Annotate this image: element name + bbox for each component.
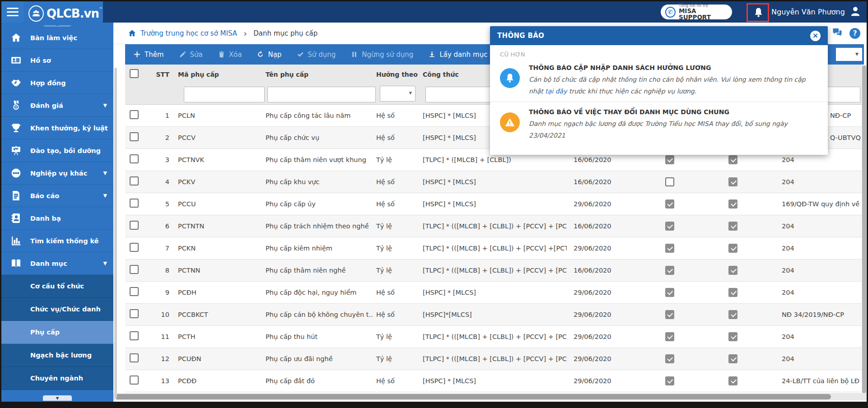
sidebar-item-home[interactable]: Bàn làm việc bbox=[1, 27, 113, 49]
row-select-checkbox[interactable] bbox=[130, 353, 139, 362]
close-icon[interactable]: × bbox=[810, 31, 821, 41]
sidebar-subitem[interactable]: Phụ cấp bbox=[1, 321, 113, 344]
notification-item[interactable]: THÔNG BÁO CẬP NHẬP DANH SÁCH HƯỞNG LƯƠNG… bbox=[490, 59, 828, 97]
header-stt[interactable]: STT bbox=[150, 71, 174, 78]
cell-used bbox=[641, 376, 698, 385]
table-row[interactable]: 9PCĐHPhụ cấp độc hại, nguy hiểmHệ số[HSP… bbox=[125, 282, 862, 304]
cell-stt: 7 bbox=[150, 245, 174, 252]
header-name[interactable]: Tên phụ cấp bbox=[262, 71, 373, 78]
help-icon[interactable]: ? bbox=[849, 28, 860, 39]
toolbar-dropdown[interactable] bbox=[835, 47, 863, 62]
checked-checkbox[interactable] bbox=[665, 310, 674, 319]
table-row[interactable]: 13PCĐĐPhụ cấp đắt đỏHệ số[HSPC] * [MLCS]… bbox=[125, 370, 862, 392]
table-row[interactable]: 8PCTNNPhụ cấp thâm niên nghềTỷ lệ[TLPC] … bbox=[125, 260, 862, 282]
checked-checkbox[interactable] bbox=[728, 266, 737, 275]
sidebar-item-contacts[interactable]: Danh bạ bbox=[1, 207, 113, 230]
pencil-button[interactable]: Sửa bbox=[179, 51, 203, 59]
horizontal-scrollbar[interactable] bbox=[113, 393, 867, 400]
checked-checkbox[interactable] bbox=[665, 155, 674, 164]
checked-checkbox[interactable] bbox=[728, 155, 737, 164]
table-row[interactable]: 10PCCBKCTPhụ cấp cán bộ không chuyên t..… bbox=[125, 304, 862, 326]
table-row[interactable]: 12PCUĐNPhụ cấp ưu đãi nghềTỷ lệ[TLPC] * … bbox=[125, 348, 862, 370]
table-row[interactable]: 5PCCUPhụ cấp cấp ủyHệ số[HSPC] * [MLCS]2… bbox=[125, 193, 862, 215]
misa-support-button[interactable]: ✆ Tổng đài hỗ trợ MISA SUPPORT bbox=[661, 5, 732, 19]
row-select-checkbox[interactable] bbox=[130, 309, 139, 318]
sidebar-item-book[interactable]: Danh mục▼ bbox=[1, 252, 113, 275]
checked-checkbox[interactable] bbox=[665, 288, 674, 297]
pencil-icon bbox=[179, 51, 187, 58]
row-select-checkbox[interactable] bbox=[130, 199, 139, 208]
checked-checkbox[interactable] bbox=[665, 244, 674, 253]
header-code[interactable]: Mã phụ cấp bbox=[174, 71, 262, 78]
filter-basis-select[interactable] bbox=[380, 86, 415, 102]
refresh-button[interactable]: Nạp bbox=[257, 51, 281, 59]
checked-checkbox[interactable] bbox=[728, 288, 737, 297]
sidebar-item-handshake[interactable]: Hợp đồng bbox=[1, 72, 113, 94]
checked-checkbox[interactable] bbox=[665, 332, 674, 341]
row-select-checkbox[interactable] bbox=[130, 221, 139, 230]
checked-checkbox[interactable] bbox=[665, 376, 674, 385]
checked-checkbox[interactable] bbox=[665, 222, 674, 231]
table-row[interactable]: 4PCKVPhụ cấp khu vựcHệ số[HSPC] * [MLCS]… bbox=[125, 171, 862, 193]
row-select-checkbox[interactable] bbox=[130, 331, 139, 340]
breadcrumb-school-link[interactable]: Trường trung học cơ sở MISA bbox=[140, 29, 237, 37]
hamburger-menu-button[interactable] bbox=[1, 1, 24, 23]
row-select-checkbox[interactable] bbox=[130, 132, 139, 141]
checked-checkbox[interactable] bbox=[728, 376, 737, 385]
checked-checkbox[interactable] bbox=[728, 310, 737, 319]
table-row[interactable]: 6PCTNTNPhụ cấp trách nhiệm theo nghềTỷ l… bbox=[125, 215, 862, 237]
sidebar-item-report[interactable]: Báo cáo▼ bbox=[1, 185, 113, 207]
notification-link[interactable]: tại đây bbox=[545, 88, 567, 95]
toolbar-button-label: Thêm bbox=[145, 51, 164, 59]
row-select-checkbox[interactable] bbox=[130, 287, 139, 296]
filter-code-input[interactable] bbox=[184, 87, 265, 102]
table-row[interactable]: 7PCKNPhụ cấp kiêm nhiệmTỷ lệ[TLPC] * (([… bbox=[125, 237, 862, 260]
chat-icon[interactable] bbox=[831, 27, 843, 40]
checked-checkbox[interactable] bbox=[665, 266, 674, 275]
check-button[interactable]: Sử dụng bbox=[296, 51, 336, 59]
unchecked-checkbox[interactable] bbox=[665, 177, 674, 186]
select-all-checkbox[interactable] bbox=[130, 69, 139, 78]
sidebar-subitem[interactable]: Chuyên ngành bbox=[1, 367, 113, 390]
sidebar-subitem[interactable]: Cơ cấu tổ chức bbox=[1, 275, 113, 298]
support-label-top: Tổng đài hỗ trợ bbox=[679, 4, 728, 8]
cell-code: PCCU bbox=[174, 200, 262, 208]
sidebar-item-trophy[interactable]: Khen thưởng, kỷ luật bbox=[1, 117, 113, 139]
checked-checkbox[interactable] bbox=[728, 177, 737, 186]
table-row[interactable]: 11PCTHPhụ cấp thu hútTỷ lệ[TLPC] * (([ML… bbox=[125, 326, 862, 348]
filter-name-input[interactable] bbox=[267, 87, 376, 102]
refresh-icon bbox=[257, 51, 264, 58]
sidebar-scroll-down[interactable]: ▼ bbox=[43, 395, 72, 401]
sidebar-item-id-card[interactable]: Hồ sơ bbox=[1, 49, 113, 72]
row-select-checkbox[interactable] bbox=[130, 176, 139, 185]
trash-button[interactable]: Xóa bbox=[218, 51, 242, 59]
user-menu[interactable]: Nguyễn Văn Phương bbox=[771, 1, 861, 23]
row-select-checkbox[interactable] bbox=[130, 265, 139, 274]
sidebar-subitem[interactable]: Chức vụ/Chức danh bbox=[1, 298, 113, 321]
sidebar-item-ellipsis-circle[interactable]: Nghiệp vụ khác▼ bbox=[1, 162, 113, 185]
vertical-scrollbar[interactable] bbox=[862, 65, 867, 393]
sidebar-scrollbar[interactable] bbox=[114, 68, 117, 398]
checked-checkbox[interactable] bbox=[665, 199, 674, 209]
sidebar-item-bar-chart[interactable]: Tìm kiếm thống kê bbox=[1, 230, 113, 252]
book-icon bbox=[10, 258, 22, 269]
checked-checkbox[interactable] bbox=[728, 354, 737, 363]
row-select-checkbox[interactable] bbox=[130, 110, 139, 119]
sidebar-subitem[interactable]: Ngạch bậc lương bbox=[1, 344, 113, 367]
row-select-checkbox[interactable] bbox=[130, 154, 139, 163]
checked-checkbox[interactable] bbox=[728, 222, 737, 231]
row-select-checkbox[interactable] bbox=[130, 376, 139, 385]
checked-checkbox[interactable] bbox=[665, 354, 674, 363]
notification-item[interactable]: THÔNG BÁO VỀ VIỆC THAY ĐỔI DANH MỤC DÙNG… bbox=[490, 103, 828, 141]
sidebar-item-training-board[interactable]: Đào tạo, bồi dưỡng bbox=[1, 139, 113, 162]
pause-button[interactable]: Ngừng sử dụng bbox=[350, 51, 413, 59]
app-logo[interactable]: QLCB.vn ™ bbox=[24, 1, 103, 25]
notification-bell-button[interactable] bbox=[747, 2, 769, 22]
row-select-checkbox[interactable] bbox=[130, 243, 139, 252]
checked-checkbox[interactable] bbox=[728, 244, 737, 253]
plus-button[interactable]: Thêm bbox=[133, 51, 164, 59]
sidebar-item-medal[interactable]: Đánh giá▼ bbox=[1, 94, 113, 117]
checked-checkbox[interactable] bbox=[728, 332, 737, 341]
header-basis[interactable]: Hưởng theo bbox=[373, 71, 420, 78]
checked-checkbox[interactable] bbox=[728, 199, 737, 209]
